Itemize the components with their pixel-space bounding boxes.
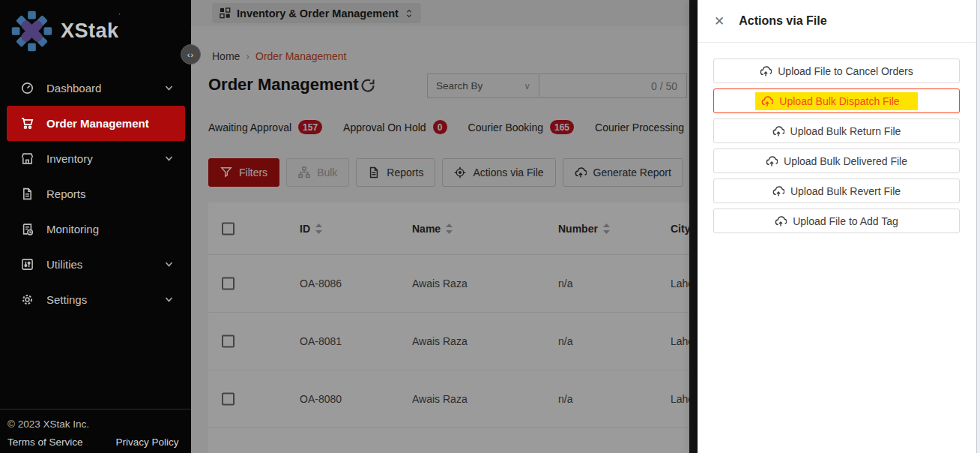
button-label: Upload Bulk Dispatch File (779, 95, 899, 107)
cloud-upload-icon (775, 215, 787, 227)
drawer-header: ✕ Actions via File (698, 0, 980, 43)
sidebar-item-label: Settings (46, 293, 87, 306)
sidebar-nav: Dashboard Order Management Inventory Rep… (0, 70, 191, 317)
chevron-down-icon (165, 296, 173, 304)
report-file-icon (21, 188, 34, 200)
terms-link[interactable]: Terms of Service (7, 436, 83, 448)
cloud-upload-icon (772, 185, 784, 197)
sidebar-item-utilities[interactable]: Utilities (0, 247, 191, 282)
collapse-icon: ‹› (187, 50, 194, 59)
button-label: Upload Bulk Return File (790, 125, 901, 137)
cart-icon (21, 117, 34, 130)
cloud-upload-icon (760, 65, 772, 77)
sidebar-item-dashboard[interactable]: Dashboard (0, 70, 191, 106)
sidebar-item-label: Reports (46, 188, 86, 200)
upload-bulk-revert-button[interactable]: Upload Bulk Revert File (713, 178, 960, 203)
sidebar-item-label: Utilities (46, 258, 82, 271)
button-label: Upload File to Add Tag (793, 215, 898, 227)
drawer-body: Upload File to Cancel Orders Upload Bulk… (698, 43, 980, 233)
sidebar-footer: © 2023 XStak Inc. Terms of Service Priva… (0, 409, 191, 448)
sliders-icon (21, 258, 34, 271)
sidebar-item-inventory[interactable]: Inventory (0, 141, 191, 176)
sidebar-collapse-toggle[interactable]: ‹› (181, 44, 201, 64)
copyright-text: © 2023 XStak Inc. (7, 418, 184, 430)
cloud-upload-icon (772, 125, 784, 137)
scrollbar-track[interactable] (976, 0, 980, 453)
chevron-down-icon (165, 154, 173, 163)
upload-bulk-dispatch-button[interactable]: Upload Bulk Dispatch File (713, 88, 960, 113)
upload-bulk-delivered-button[interactable]: Upload Bulk Delivered File (713, 148, 960, 173)
privacy-link[interactable]: Privacy Policy (116, 436, 179, 448)
drawer-overlay-mask[interactable] (191, 0, 698, 453)
yellow-highlight: Upload Bulk Dispatch File (755, 92, 917, 110)
cloud-upload-icon (761, 95, 773, 107)
dashboard-icon (21, 82, 34, 94)
chevron-down-icon (165, 84, 173, 92)
drawer-shadow-strip (689, 0, 698, 453)
sidebar-item-monitoring[interactable]: Monitoring (0, 212, 191, 247)
upload-bulk-return-button[interactable]: Upload Bulk Return File (713, 118, 960, 143)
chevron-down-icon (165, 260, 173, 268)
xstak-logo: XStak’ (10, 10, 121, 52)
sidebar-item-settings[interactable]: Settings (0, 282, 191, 317)
logo-trademark: ’ (119, 12, 121, 20)
sidebar-item-label: Inventory (46, 152, 93, 165)
drawer-title: Actions via File (739, 14, 826, 28)
upload-add-tag-button[interactable]: Upload File to Add Tag (713, 208, 960, 233)
sidebar-item-label: Order Management (46, 117, 149, 130)
xstak-logo-icon (10, 10, 53, 52)
actions-via-file-drawer: ✕ Actions via File Upload File to Cancel… (698, 0, 980, 453)
button-label: Upload Bulk Revert File (790, 185, 901, 197)
upload-cancel-orders-button[interactable]: Upload File to Cancel Orders (713, 58, 960, 83)
button-label: Upload File to Cancel Orders (778, 65, 913, 77)
gear-icon (21, 293, 34, 306)
monitoring-icon (21, 223, 34, 236)
shop-icon (21, 152, 34, 165)
cloud-upload-icon (766, 155, 778, 167)
button-label: Upload Bulk Delivered File (784, 155, 907, 167)
sidebar-item-order-management[interactable]: Order Management (7, 106, 185, 141)
sidebar-item-label: Dashboard (46, 82, 101, 94)
sidebar-item-reports[interactable]: Reports (0, 176, 191, 212)
logo-text: XStak (61, 20, 119, 42)
sidebar: XStak’ Dashboard Order Management Invent… (0, 0, 191, 453)
close-icon[interactable]: ✕ (714, 15, 725, 28)
sidebar-item-label: Monitoring (46, 223, 99, 236)
